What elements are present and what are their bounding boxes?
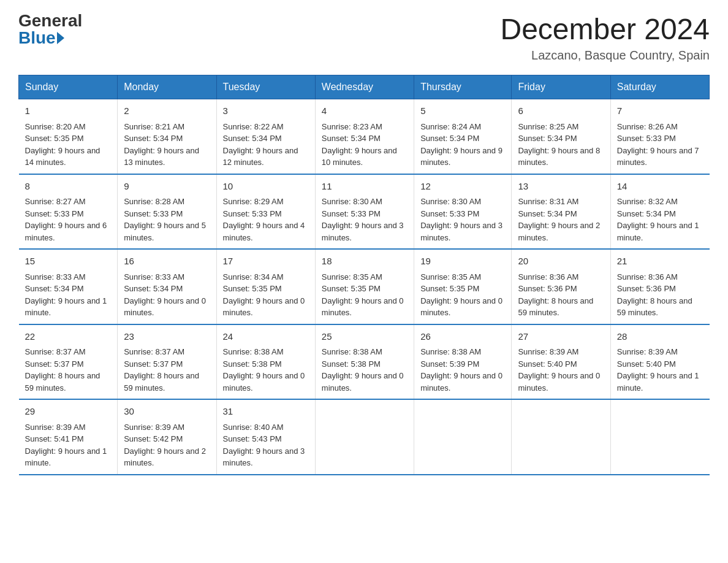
sunrise-info: Sunrise: 8:24 AM [420,122,481,131]
sunrise-info: Sunrise: 8:35 AM [322,272,382,282]
calendar-day-cell: 6Sunrise: 8:25 AMSunset: 5:34 PMDaylight… [512,99,610,174]
sunrise-info: Sunrise: 8:33 AM [124,272,184,282]
daylight-info: Daylight: 8 hours and 59 minutes. [124,371,199,393]
day-number: 8 [25,180,112,194]
day-number: 16 [124,255,210,269]
day-number: 21 [617,255,703,269]
calendar-day-cell: 31Sunrise: 8:40 AMSunset: 5:43 PMDayligh… [216,399,315,475]
calendar-day-cell: 7Sunrise: 8:26 AMSunset: 5:33 PMDaylight… [610,99,709,174]
calendar-day-cell: 22Sunrise: 8:37 AMSunset: 5:37 PMDayligh… [19,324,118,400]
daylight-info: Daylight: 9 hours and 0 minutes. [518,371,600,393]
daylight-info: Daylight: 9 hours and 3 minutes. [420,221,502,242]
sunset-info: Sunset: 5:36 PM [518,284,577,293]
daylight-info: Daylight: 9 hours and 10 minutes. [322,146,397,167]
day-number: 25 [322,330,408,344]
daylight-info: Daylight: 9 hours and 1 minute. [617,221,699,242]
calendar-day-cell: 26Sunrise: 8:38 AMSunset: 5:39 PMDayligh… [414,324,512,400]
sunrise-info: Sunrise: 8:39 AM [518,347,578,356]
daylight-info: Daylight: 9 hours and 0 minutes. [322,371,404,393]
calendar-day-cell: 9Sunrise: 8:28 AMSunset: 5:33 PMDaylight… [118,174,216,250]
day-number: 28 [617,330,703,344]
calendar-day-cell: 3Sunrise: 8:22 AMSunset: 5:34 PMDaylight… [216,99,315,174]
sunset-info: Sunset: 5:34 PM [518,134,577,143]
sunrise-info: Sunrise: 8:26 AM [617,122,678,131]
column-header-monday: Monday [118,75,216,99]
calendar-day-cell: 23Sunrise: 8:37 AMSunset: 5:37 PMDayligh… [118,324,216,400]
daylight-info: Daylight: 9 hours and 3 minutes. [223,446,305,468]
day-number: 5 [420,104,505,118]
sunrise-info: Sunrise: 8:39 AM [617,347,678,356]
daylight-info: Daylight: 8 hours and 59 minutes. [25,371,100,393]
day-number: 9 [124,180,210,194]
calendar-day-cell: 2Sunrise: 8:21 AMSunset: 5:34 PMDaylight… [118,99,216,174]
calendar-day-cell: 30Sunrise: 8:39 AMSunset: 5:42 PMDayligh… [118,399,216,475]
sunset-info: Sunset: 5:43 PM [223,434,282,443]
day-number: 24 [223,330,309,344]
calendar-day-cell: 28Sunrise: 8:39 AMSunset: 5:40 PMDayligh… [610,324,709,400]
daylight-info: Daylight: 9 hours and 3 minutes. [322,221,404,242]
calendar-week-row: 29Sunrise: 8:39 AMSunset: 5:41 PMDayligh… [19,399,710,475]
day-number: 10 [223,180,309,194]
day-number: 22 [25,330,112,344]
day-number: 3 [223,104,309,118]
daylight-info: Daylight: 9 hours and 2 minutes. [518,221,600,242]
location-subtitle: Lazcano, Basque Country, Spain [500,48,710,63]
column-header-wednesday: Wednesday [315,75,414,99]
column-header-friday: Friday [512,75,610,99]
day-number: 31 [223,405,309,419]
sunrise-info: Sunrise: 8:35 AM [420,272,481,282]
sunset-info: Sunset: 5:39 PM [420,359,479,369]
month-year-title: December 2024 [500,12,710,46]
calendar-day-cell: 29Sunrise: 8:39 AMSunset: 5:41 PMDayligh… [19,399,118,475]
sunrise-info: Sunrise: 8:36 AM [617,272,678,282]
sunrise-info: Sunrise: 8:39 AM [25,423,86,432]
calendar-day-cell [315,399,414,475]
daylight-info: Daylight: 9 hours and 0 minutes. [223,296,305,318]
sunset-info: Sunset: 5:40 PM [518,359,577,369]
daylight-info: Daylight: 9 hours and 12 minutes. [223,146,298,167]
page-header: General Blue December 2024 Lazcano, Basq… [18,12,710,63]
sunset-info: Sunset: 5:35 PM [322,284,381,293]
calendar-day-cell: 4Sunrise: 8:23 AMSunset: 5:34 PMDaylight… [315,99,414,174]
day-number: 14 [617,180,703,194]
calendar-week-row: 22Sunrise: 8:37 AMSunset: 5:37 PMDayligh… [19,324,710,400]
title-block: December 2024 Lazcano, Basque Country, S… [500,12,710,63]
daylight-info: Daylight: 8 hours and 59 minutes. [518,296,593,318]
logo: General Blue [18,12,82,47]
day-number: 4 [322,104,408,118]
daylight-info: Daylight: 9 hours and 2 minutes. [124,446,206,468]
sunrise-info: Sunrise: 8:38 AM [420,347,481,356]
sunrise-info: Sunrise: 8:30 AM [420,197,481,206]
calendar-day-cell: 12Sunrise: 8:30 AMSunset: 5:33 PMDayligh… [414,174,512,250]
sunset-info: Sunset: 5:35 PM [25,134,84,143]
day-number: 20 [518,255,604,269]
sunset-info: Sunset: 5:34 PM [25,284,84,293]
sunset-info: Sunset: 5:35 PM [223,284,282,293]
sunrise-info: Sunrise: 8:28 AM [124,197,184,206]
sunset-info: Sunset: 5:34 PM [124,134,183,143]
calendar-day-cell: 27Sunrise: 8:39 AMSunset: 5:40 PMDayligh… [512,324,610,400]
day-number: 12 [420,180,505,194]
sunrise-info: Sunrise: 8:37 AM [25,347,86,356]
day-number: 18 [322,255,408,269]
sunset-info: Sunset: 5:34 PM [322,134,381,143]
daylight-info: Daylight: 8 hours and 59 minutes. [617,296,692,318]
daylight-info: Daylight: 9 hours and 6 minutes. [25,221,107,242]
day-number: 29 [25,405,112,419]
day-number: 2 [124,104,210,118]
calendar-week-row: 1Sunrise: 8:20 AMSunset: 5:35 PMDaylight… [19,99,710,174]
day-number: 17 [223,255,309,269]
calendar-day-cell: 17Sunrise: 8:34 AMSunset: 5:35 PMDayligh… [216,249,315,324]
calendar-day-cell: 1Sunrise: 8:20 AMSunset: 5:35 PMDaylight… [19,99,118,174]
daylight-info: Daylight: 9 hours and 13 minutes. [124,146,199,167]
sunset-info: Sunset: 5:33 PM [617,134,676,143]
logo-triangle-icon [57,32,64,44]
calendar-table: SundayMondayTuesdayWednesdayThursdayFrid… [18,75,710,475]
sunset-info: Sunset: 5:33 PM [223,209,282,218]
sunset-info: Sunset: 5:37 PM [25,359,84,369]
daylight-info: Daylight: 9 hours and 5 minutes. [124,221,206,242]
daylight-info: Daylight: 9 hours and 1 minute. [25,446,107,468]
sunrise-info: Sunrise: 8:31 AM [518,197,578,206]
day-number: 6 [518,104,604,118]
calendar-day-cell: 19Sunrise: 8:35 AMSunset: 5:35 PMDayligh… [414,249,512,324]
